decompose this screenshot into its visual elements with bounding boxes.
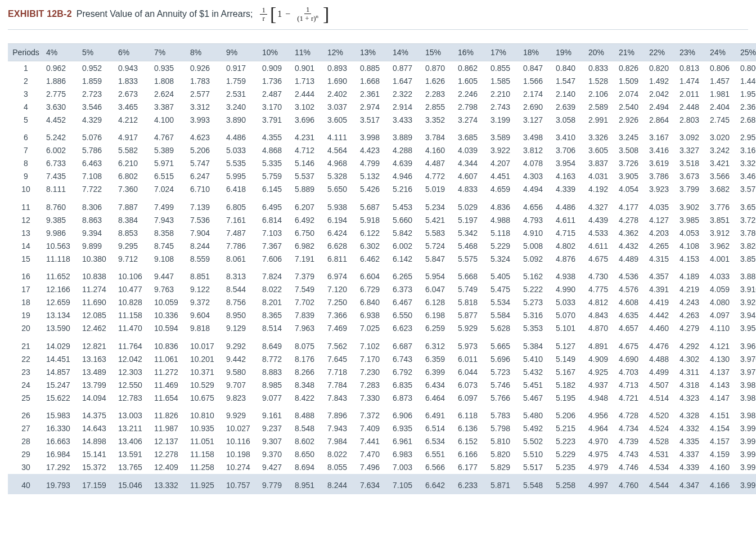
cell-value: 11.987: [152, 422, 188, 435]
cell-value: 3.463: [738, 170, 756, 183]
cell-value: 5.766: [488, 391, 521, 404]
cell-value: 5.410: [521, 352, 554, 365]
cell-value: 5.235: [554, 461, 586, 474]
cell-period: 20: [8, 322, 44, 335]
cell-value: 3.812: [521, 144, 554, 157]
cell-value: 4.979: [586, 461, 616, 474]
cell-value: 7.786: [224, 239, 260, 252]
cell-value: 4.035: [647, 196, 677, 214]
cell-value: 3.656: [738, 196, 756, 214]
cell-value: 5.206: [554, 404, 586, 422]
cell-value: 5.668: [456, 265, 488, 283]
cell-value: 4.937: [586, 378, 616, 391]
cell-value: 5.660: [390, 213, 423, 226]
cell-value: 2.577: [188, 87, 224, 100]
cell-value: 4.767: [152, 126, 188, 144]
cell-value: 1.690: [325, 74, 358, 87]
cell-value: 3.791: [260, 113, 292, 126]
cell-value: 8.266: [292, 365, 325, 378]
cell-period: 16: [8, 265, 44, 283]
cell-value: 2.074: [616, 87, 647, 100]
cell-value: 3.199: [488, 113, 521, 126]
cell-value: 7.963: [292, 322, 325, 335]
cell-value: 2.803: [677, 113, 708, 126]
cell-value: 5.829: [488, 461, 521, 474]
cell-value: 2.322: [390, 87, 423, 100]
cell-value: 11.118: [44, 252, 80, 265]
cell-value: 0.935: [152, 61, 188, 75]
cell-value: 3.058: [554, 113, 586, 126]
cell-value: 3.905: [616, 170, 647, 183]
cell-value: 5.197: [456, 213, 488, 226]
col-header-rate: 24%: [708, 44, 738, 61]
cell-value: 6.811: [325, 252, 358, 265]
cell-value: 16.984: [44, 448, 80, 461]
cell-value: 4.812: [586, 296, 616, 309]
cell-period: 15: [8, 252, 44, 265]
cell-period: 13: [8, 226, 44, 239]
col-header-rate: 19%: [554, 44, 586, 61]
cell-value: 3.963: [738, 335, 756, 353]
cell-value: 4.059: [708, 283, 738, 296]
table-row: 21.8861.8591.8331.8081.7831.7591.7361.71…: [8, 74, 756, 87]
cell-value: 4.080: [708, 296, 738, 309]
cell-value: 7.499: [152, 196, 188, 214]
cell-value: 4.127: [647, 213, 677, 226]
cell-value: 9.161: [260, 404, 292, 422]
cell-value: 0.855: [488, 61, 521, 75]
cell-value: 4.121: [708, 335, 738, 353]
cell-period: 9: [8, 170, 44, 183]
cell-value: 4.288: [390, 144, 423, 157]
cell-value: 3.127: [521, 113, 554, 126]
cell-value: 3.696: [292, 113, 325, 126]
cell-value: 13.163: [80, 352, 116, 365]
cell-value: 0.800: [738, 61, 756, 75]
cell-value: 17.292: [44, 461, 80, 474]
table-row: 3017.29215.37213.76512.40911.25810.2749.…: [8, 461, 756, 474]
cell-value: 4.739: [616, 435, 647, 448]
cell-value: 3.923: [647, 183, 677, 196]
cell-value: 6.462: [358, 252, 390, 265]
cell-value: 4.311: [677, 365, 708, 378]
cell-value: 4.675: [586, 252, 616, 265]
cell-value: 3.416: [647, 144, 677, 157]
cell-value: 10.828: [116, 296, 152, 309]
cell-value: 1.783: [188, 74, 224, 87]
cell-value: 11.690: [80, 296, 116, 309]
cell-value: 3.824: [738, 239, 756, 252]
cell-value: 8.075: [292, 335, 325, 353]
cell-value: 2.914: [390, 100, 423, 113]
cell-value: 2.639: [554, 100, 586, 113]
table-row: 76.0025.7865.5825.3895.2065.0334.8684.71…: [8, 144, 756, 157]
cell-value: 6.464: [423, 391, 456, 404]
cell-value: 5.842: [390, 226, 423, 239]
cell-value: 6.011: [456, 352, 488, 365]
cell-value: 3.889: [390, 126, 423, 144]
cell-value: 4.419: [647, 296, 677, 309]
cell-value: 8.488: [292, 404, 325, 422]
cell-value: 10.810: [188, 404, 224, 422]
cell-value: 4.423: [358, 144, 390, 157]
cell-value: 15.622: [44, 391, 80, 404]
cell-value: 3.433: [390, 113, 423, 126]
cell-value: 4.031: [586, 170, 616, 183]
cell-value: 4.946: [390, 170, 423, 183]
cell-value: 4.544: [647, 474, 677, 494]
cell-value: 7.379: [292, 265, 325, 283]
cell-value: 3.942: [738, 309, 756, 322]
cell-value: 4.507: [647, 378, 677, 391]
cell-value: 8.548: [292, 422, 325, 435]
cell-value: 0.909: [260, 61, 292, 75]
cell-value: 5.783: [488, 404, 521, 422]
cell-value: 7.496: [358, 461, 390, 474]
cell-value: 3.928: [738, 296, 756, 309]
cell-value: 6.938: [358, 309, 390, 322]
cell-value: 4.909: [586, 352, 616, 365]
cell-value: 4.608: [616, 296, 647, 309]
cell-value: 10.380: [80, 252, 116, 265]
cell-value: 4.302: [677, 352, 708, 365]
cell-value: 6.750: [292, 226, 325, 239]
cell-value: 10.477: [116, 283, 152, 296]
cell-value: 6.463: [80, 157, 116, 170]
col-header-rate: 10%: [260, 44, 292, 61]
